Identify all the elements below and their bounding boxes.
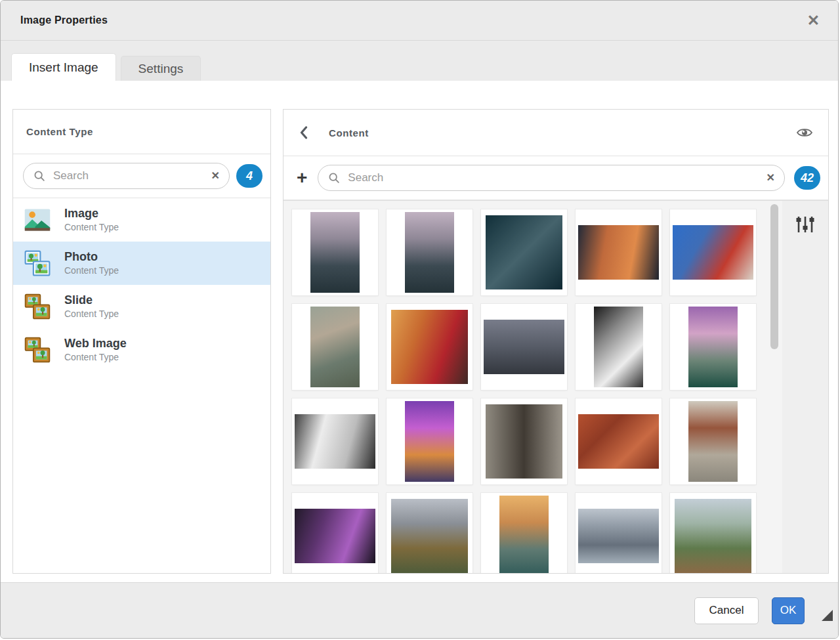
thumbnail-flatiron-rain-reflection[interactable] (670, 398, 756, 484)
content-type-search-input[interactable] (52, 169, 205, 183)
item-title: Slide (64, 294, 119, 307)
photo-skyline-reflection-purple (688, 307, 738, 387)
content-panel-header: Content (284, 110, 828, 156)
dialog-footer: Cancel OK (1, 582, 838, 638)
photo-red-car-street-sunset (391, 310, 469, 384)
thumbnail-cn-tower-aerial-dusk[interactable] (292, 209, 378, 295)
thumbnail-red-brick-wall[interactable] (576, 398, 662, 484)
list-item-web-image[interactable]: Web Image Content Type (13, 328, 270, 372)
thumbnail-toronto-skyline-water[interactable] (576, 493, 662, 573)
content-side-rail (782, 201, 828, 573)
image-icon (24, 206, 51, 234)
list-item-slide[interactable]: Slide Content Type (13, 285, 270, 328)
clear-search-icon[interactable]: ✕ (766, 173, 775, 183)
photo-toronto-skyline-water (578, 509, 659, 564)
thumbnail-skyline-reflection-purple[interactable] (670, 304, 756, 390)
photo-alley-between-buildings (486, 404, 563, 479)
close-icon[interactable]: ✕ (803, 12, 824, 30)
tab-settings[interactable]: Settings (121, 56, 201, 81)
list-item-image[interactable]: Image Content Type (13, 198, 270, 242)
dialog-header: Image Properties ✕ (1, 1, 838, 41)
list-item-text: Photo Content Type (64, 251, 119, 276)
thumbnail-cn-tower-sunset-aerial[interactable] (481, 493, 567, 573)
content-search-input[interactable] (346, 171, 759, 185)
photo-aerial-city-streets (310, 307, 360, 387)
thumbnail-park-bench-cn-tower[interactable] (670, 493, 756, 573)
thumbnail-city-night-teal[interactable] (481, 209, 567, 295)
content-panel-title: Content (329, 127, 369, 139)
thumbnail-purple-storm-sunset[interactable] (387, 398, 472, 484)
content-type-list: Image Content Type (13, 198, 270, 372)
item-subtitle: Content Type (64, 222, 119, 232)
item-title: Web Image (64, 337, 127, 351)
content-type-search: ✕ (23, 163, 230, 189)
list-item-photo[interactable]: Photo Content Type (13, 242, 270, 285)
item-title: Photo (64, 251, 119, 264)
dialog-title: Image Properties (20, 14, 108, 26)
photo-cn-tower-aerial-dusk-2 (405, 212, 455, 293)
cancel-button[interactable]: Cancel (694, 597, 759, 624)
thumbnail-highway-autumn-forest[interactable] (387, 493, 472, 573)
list-item-text: Image Content Type (64, 207, 119, 232)
thumbnail-alley-between-buildings[interactable] (481, 398, 567, 484)
search-icon (33, 170, 45, 182)
clear-search-icon[interactable]: ✕ (211, 171, 220, 181)
photo-icon (24, 249, 51, 277)
thumbnail-aerial-city-streets[interactable] (292, 304, 378, 390)
photo-city-night-teal (486, 215, 563, 289)
content-type-panel: Content Type ✕ 4 (12, 109, 271, 574)
content-type-search-row: ✕ 4 (13, 154, 270, 198)
scrollbar-thumb[interactable] (770, 204, 778, 349)
thumbnail-red-car-street-sunset[interactable] (387, 304, 472, 390)
thumbnail-rearview-mirror-sunset[interactable] (576, 209, 662, 295)
photo-purple-storm-sunset (405, 401, 455, 482)
search-icon (328, 172, 340, 184)
thumbnail-cn-tower-aerial-dusk-2[interactable] (387, 209, 472, 295)
content-type-count-badge: 4 (236, 164, 262, 188)
photo-toronto-skyline-grey (484, 320, 564, 375)
eye-icon[interactable] (797, 127, 812, 138)
photo-red-brick-wall (578, 414, 659, 469)
photo-flatiron-rain-reflection (688, 401, 738, 482)
thumbnail-blue-building-red-trim[interactable] (670, 209, 756, 295)
thumbnail-night-shops-neon[interactable] (292, 493, 378, 573)
photo-park-bench-cn-tower (675, 499, 752, 573)
slide-icon (24, 293, 51, 320)
list-item-text: Web Image Content Type (64, 337, 127, 362)
thumbnail-toronto-skyline-grey[interactable] (481, 304, 567, 390)
content-search: ✕ (318, 165, 785, 191)
photo-blue-building-red-trim (673, 225, 753, 280)
thumbnail-bw-abstract-curve[interactable] (576, 304, 662, 390)
content-type-panel-title: Content Type (26, 126, 93, 137)
content-search-row: + ✕ 42 (284, 156, 828, 200)
content-count-badge: 42 (794, 166, 820, 190)
ok-button[interactable]: OK (772, 597, 805, 624)
resize-handle[interactable] (822, 610, 833, 621)
tab-bar: Insert Image Settings (1, 41, 838, 81)
photo-cn-tower-sunset-aerial (499, 496, 549, 573)
list-item-text: Slide Content Type (64, 294, 119, 319)
item-subtitle: Content Type (64, 352, 127, 362)
content-type-panel-header: Content Type (13, 110, 270, 154)
item-subtitle: Content Type (64, 309, 119, 319)
back-chevron-icon[interactable] (299, 126, 308, 139)
photo-night-shops-neon (295, 509, 375, 564)
photo-cn-tower-aerial-dusk (310, 212, 360, 293)
thumbnail-lookup-skyscrapers[interactable] (292, 398, 378, 484)
web-image-icon (24, 336, 51, 364)
content-panel: Content + ✕ (283, 109, 829, 574)
photo-highway-autumn-forest (391, 499, 469, 573)
photo-lookup-skyscrapers (295, 414, 375, 469)
photo-bw-abstract-curve (594, 307, 644, 387)
photo-rearview-mirror-sunset (578, 225, 659, 280)
item-title: Image (64, 207, 119, 221)
tab-insert-image[interactable]: Insert Image (11, 53, 116, 81)
image-properties-dialog: Image Properties ✕ Insert Image Settings… (0, 0, 839, 639)
dialog-body: Content Type ✕ 4 (1, 81, 838, 544)
item-subtitle: Content Type (64, 265, 119, 276)
photo-grid (292, 209, 756, 573)
photo-grid-area (284, 200, 828, 573)
filter-sliders-icon[interactable] (793, 213, 818, 238)
add-content-icon[interactable]: + (295, 169, 308, 187)
